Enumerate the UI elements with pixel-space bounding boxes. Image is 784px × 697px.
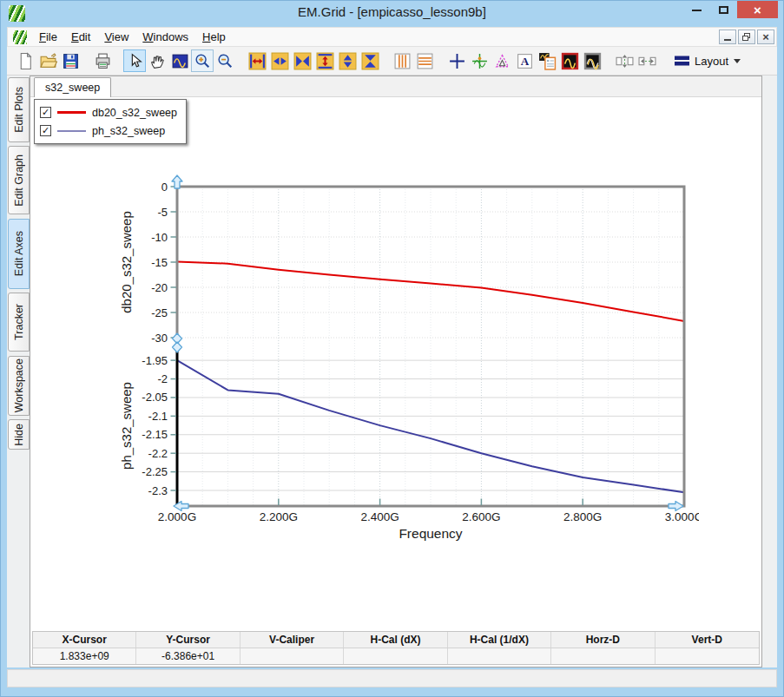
y-tick-label: -15 [151, 256, 168, 269]
y-tick-label: -25 [151, 306, 168, 319]
h-split-button[interactable] [636, 49, 658, 72]
y-tick-label: -10 [151, 231, 168, 244]
legend-label: ph_s32_sweep [92, 125, 165, 137]
readout-header-x-cursor: X-Cursor [33, 632, 136, 648]
h-split-icon [638, 52, 656, 70]
v-stretch-icon [316, 52, 334, 70]
zoom-in-button[interactable] [191, 49, 214, 72]
open-file-button[interactable] [36, 49, 59, 72]
plot-tab-s32_sweep[interactable]: s32_sweep [34, 77, 111, 97]
readout-value-horz-d [551, 648, 655, 664]
text-label-button[interactable]: A [513, 49, 536, 72]
menu-view[interactable]: View [97, 29, 135, 45]
menu-help[interactable]: Help [195, 29, 233, 45]
y-tick-label: -2.05 [142, 391, 168, 404]
menubar: FileEditViewWindowsHelp × [7, 27, 777, 47]
readout-value-h-cal-dx- [344, 648, 447, 664]
menu-edit[interactable]: Edit [64, 29, 97, 45]
legend-label: db20_s32_sweep [92, 107, 177, 119]
trace-multi-button[interactable] [581, 49, 603, 72]
readout-value-y-cursor: -6.386e+01 [136, 648, 240, 664]
fit-plot-button[interactable] [168, 49, 191, 72]
sidebar-tab-label: Edit Plots [13, 87, 25, 133]
mdi-close-button[interactable]: × [757, 30, 774, 44]
zoom-out-button[interactable] [214, 49, 236, 72]
window-title: EM.Grid - [empicasso_lesson9b] [1, 4, 783, 19]
sidebar-tab-label: Edit Axes [13, 231, 25, 276]
v-stripes-button[interactable] [391, 49, 413, 72]
sidebar-tab-hide[interactable]: Hide [8, 419, 30, 450]
v-zoom-in-button[interactable] [359, 49, 381, 72]
sidebar-tab-tracker[interactable]: Tracker [8, 293, 30, 352]
h-zoom-out-button[interactable] [268, 49, 291, 72]
x-tick-label: 2.600G [462, 510, 500, 523]
y-tick-label: -2.15 [142, 428, 168, 441]
chevron-down-icon [734, 59, 741, 63]
tracker-button[interactable] [468, 49, 491, 72]
chart-canvas: 0-5-10-15-20-25-30db20_s32_sweep-1.95-2-… [117, 174, 699, 551]
pan-hand-button[interactable] [146, 49, 168, 72]
readout-value-x-cursor: 1.833e+09 [33, 648, 136, 664]
mdi-child-window: s32_sweep ✓db20_s32_sweep✓ph_s32_sweep 0… [30, 76, 762, 667]
h-stripes-button[interactable] [413, 49, 436, 72]
minimize-button[interactable] [683, 1, 710, 19]
marker-button[interactable] [491, 49, 513, 72]
v-split-button[interactable] [613, 49, 636, 72]
legend-line-sample [57, 130, 86, 132]
y-axis-handle-mid-lower[interactable] [173, 342, 182, 352]
v-zoom-in-icon [361, 52, 379, 70]
layout-button-label: Layout [695, 55, 728, 68]
legend-toggle-icon [538, 52, 557, 70]
readout-value-h-cal-1-dx- [448, 648, 551, 664]
x-axis-handle-right[interactable] [669, 502, 683, 511]
document-logo-icon [13, 30, 27, 44]
h-stretch-button[interactable] [246, 49, 268, 72]
select-cursor-button[interactable] [123, 49, 146, 72]
v-stretch-button[interactable] [313, 49, 336, 72]
menu-windows[interactable]: Windows [135, 29, 195, 45]
sidebar-tab-edit-plots[interactable]: Edit Plots [8, 77, 30, 142]
h-zoom-in-button[interactable] [291, 49, 313, 72]
y-tick-label: 0 [161, 181, 168, 194]
print-icon [94, 52, 112, 70]
x-tick-label: 2.800G [563, 510, 602, 523]
mdi-minimize-button[interactable] [719, 30, 736, 44]
fit-plot-icon [171, 52, 189, 70]
minimize-icon [692, 10, 702, 11]
legend-checkbox-ph_s32_sweep[interactable]: ✓ [40, 125, 51, 136]
x-tick-label: 3.000G [665, 510, 699, 523]
menu-file[interactable]: File [32, 29, 64, 45]
legend-checkbox-db20_s32_sweep[interactable]: ✓ [40, 107, 51, 118]
v-zoom-out-button[interactable] [336, 49, 359, 72]
sidebar-tab-edit-axes[interactable]: Edit Axes [8, 219, 30, 289]
zoom-out-icon [216, 52, 234, 70]
trace-single-button[interactable] [558, 49, 581, 72]
readout-header-h-cal-dx-: H-Cal (dX) [344, 632, 447, 648]
mdi-restore-button[interactable] [738, 30, 755, 44]
mdi-minimize-icon [724, 39, 731, 41]
crosshair-button[interactable] [445, 49, 468, 72]
y-tick-label: -2.2 [148, 447, 168, 460]
sidebar-tab-edit-graph[interactable]: Edit Graph [8, 146, 30, 214]
legend-toggle-button[interactable] [536, 49, 558, 72]
maximize-button[interactable] [710, 1, 737, 19]
readout-value-v-caliper [240, 648, 344, 664]
trace-single-icon [561, 52, 579, 70]
svg-text:A: A [520, 55, 529, 68]
y-tick-label: -2.1 [148, 410, 168, 423]
sidebar-tab-label: Workspace [13, 358, 25, 412]
layout-button[interactable]: Layout [670, 49, 744, 72]
sidebar-tab-workspace[interactable]: Workspace [8, 356, 30, 416]
readout-header-y-cursor: Y-Cursor [136, 632, 240, 648]
legend: ✓db20_s32_sweep✓ph_s32_sweep [34, 99, 187, 144]
close-button[interactable]: × [737, 1, 778, 18]
print-button[interactable] [91, 49, 114, 72]
trace-multi-icon [583, 52, 602, 70]
sidebar-tab-label: Tracker [13, 304, 25, 340]
save-button[interactable] [59, 49, 82, 72]
pan-hand-icon [148, 52, 167, 70]
select-cursor-icon [126, 52, 144, 70]
zoom-in-icon [194, 52, 212, 70]
new-file-button[interactable] [14, 49, 36, 72]
h-stripes-icon [416, 52, 434, 70]
